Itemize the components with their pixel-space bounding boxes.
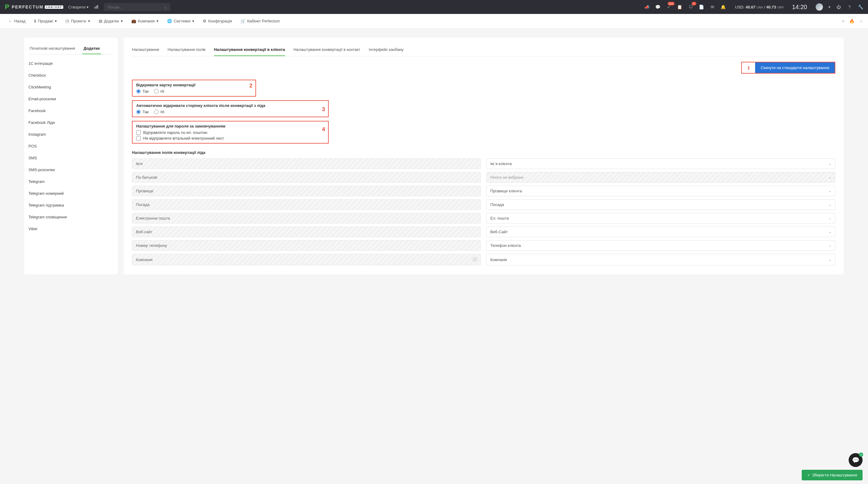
document-icon[interactable]: 📄 [699,4,704,10]
sidebar-item[interactable]: Checkbox [28,69,114,81]
sidebar-item[interactable]: Facebook Ліди [28,117,114,129]
main-panel: Налаштування Налаштування полів Налаштув… [123,37,844,275]
power-icon[interactable]: ⏻ [836,4,841,10]
nav-back[interactable]: ←Назад [5,16,29,26]
clipboard-icon[interactable]: 📋 [677,4,682,10]
side-tab-initial[interactable]: Початкові налаштування [28,43,76,54]
fields-title: Налаштування полів конвертації ліда [132,150,835,155]
block3-radio-no[interactable]: Ні [154,110,164,114]
wrench-icon[interactable]: 🔧 [858,4,863,10]
tasks-icon[interactable]: ✓310 [666,4,672,10]
create-label: Створити [68,5,85,9]
search-input[interactable]: ⌕ [104,3,170,11]
navbar: ←Назад $Продажі▾ ◳Проекти▾ ▤Додатки▾ 💼Ко… [0,14,868,28]
block4-title: Налаштування для пароля за замовчуванням [136,124,324,129]
help-icon[interactable]: ? [847,4,852,10]
sidebar-item[interactable]: SMS [28,152,114,164]
cube-icon: ◳ [65,19,69,23]
chevron-down-icon: ▾ [156,19,159,23]
announce-icon[interactable]: 📣 [644,4,650,10]
globe-icon: 🌐 [167,19,172,23]
block4-cb1[interactable]: Відправляти пароль по ел. поштою [136,130,324,135]
mail-icon[interactable]: ✉ [710,4,715,10]
field-row: КомпаніяⓘКомпанія⌄ [132,254,835,265]
nav-system[interactable]: 🌐Системні▾ [163,16,198,26]
star-icon[interactable]: ☆ [859,19,863,24]
create-button[interactable]: Створити ▾ [68,5,89,9]
tab-fields[interactable]: Налаштування полів [168,44,206,56]
field-target-select[interactable]: Прізвище клієнта⌄ [486,186,835,196]
block3-radio-yes[interactable]: Так [136,110,149,114]
messages-icon[interactable]: 🗨5 [688,4,693,10]
field-target-select[interactable]: Веб-Сайт⌄ [486,227,835,237]
nav-addons[interactable]: ▤Додатки▾ [95,16,126,26]
field-row: Номер телефонуТелефон клієнта⌄ [132,240,835,251]
chevron-down-icon: ⌄ [829,203,831,206]
sidebar-item[interactable]: Facebook [28,105,114,117]
sidebar-item[interactable]: Telegram [28,176,114,188]
stats-icon[interactable] [94,4,99,10]
cart-icon: 🛒 [241,19,245,23]
layers-icon: ▤ [99,19,102,23]
chevron-down-icon: ⌄ [829,258,831,262]
chevron-down-icon: ⌄ [829,175,831,179]
tab-convert-contact[interactable]: Налаштування конвертації в контакт [293,44,361,56]
logo[interactable]: P PERFECTUM CRM+ERP [5,3,63,11]
info-icon[interactable]: ⓘ [473,257,477,262]
chat-badge: 5 [691,2,696,5]
chevron-down-icon: ⌄ [829,216,831,220]
flame-icon[interactable]: 🔥 [849,19,855,24]
field-target-select[interactable]: Ел. пошта⌄ [486,213,835,224]
field-target-select[interactable]: Ім´я клієнта⌄ [486,159,835,169]
svg-rect-0 [94,7,95,8]
briefcase-icon: 💼 [131,19,136,23]
field-target-select[interactable]: Нічого не вибрано⌄ [486,172,835,182]
field-target-select[interactable]: Посада⌄ [486,199,835,210]
sidebar-item[interactable]: Instagram [28,129,114,140]
nav-cabinet[interactable]: 🛒Кабінет Perfectum [237,16,284,26]
sidebar-item[interactable]: Viber [28,223,114,235]
sidebar-item[interactable]: ClickMeeting [28,81,114,93]
sidebar-item[interactable]: Email-розсилки [28,93,114,105]
bell-icon[interactable]: 🔔 [721,4,726,10]
nav-config[interactable]: ⚙Конфігурація [199,16,236,26]
search-field[interactable] [107,5,164,9]
sidebar-item[interactable]: 1С інтеграція [28,58,114,69]
tab-convert-client[interactable]: Налаштування конвертації в клієнта [214,44,285,56]
svg-rect-1 [96,6,97,8]
field-row: ПрізвищеПрізвище клієнта⌄ [132,186,835,196]
chevron-down-icon[interactable]: ▾ [828,4,831,9]
field-target-select[interactable]: Телефон клієнта⌄ [486,240,835,251]
block2-radio-no[interactable]: Ні [154,89,164,93]
chat-icon[interactable]: 💬 [655,4,661,10]
field-target-select[interactable]: Компанія⌄ [486,254,835,265]
field-row: Ім'яІм´я клієнта⌄ [132,159,835,169]
stack-icon[interactable]: ≡ [842,19,844,24]
block2-radio-yes[interactable]: Так [136,89,149,93]
annotation-num-3: 3 [322,106,325,113]
nav-projects[interactable]: ◳Проекти▾ [62,16,94,26]
annotation-3: 3 Автоматично відкривати сторінку клієнт… [132,100,329,117]
sidebar-item[interactable]: Telegram сповіщення [28,211,114,223]
brand-sub: CRM+ERP [45,5,63,9]
side-tab-addons[interactable]: Додатки [82,43,101,54]
tab-kanban[interactable]: Інтерфейс канбану [369,44,404,56]
sidebar-item[interactable]: POS [28,140,114,152]
sidebar-item[interactable]: Telegram номерний [28,188,114,199]
chevron-down-icon: ⌄ [829,162,831,166]
field-source: Веб-сайт [132,227,481,237]
nav-company[interactable]: 💼Компанія▾ [128,16,162,26]
block4-cb2[interactable]: Не відправляти вітальний електронний лис… [136,136,324,141]
block2-title: Відкривати картку конвертації [136,83,252,87]
reset-defaults-button[interactable]: Скинути на стандартні налаштування [755,62,835,73]
sidebar-item[interactable]: SMS-розсилки [28,164,114,176]
nav-sales[interactable]: $Продажі▾ [30,16,61,26]
annotation-num-4: 4 [322,126,325,133]
avatar[interactable] [816,3,823,10]
content: Початкові налаштування Додатки 1С інтегр… [0,28,868,284]
field-row: По-батьковіНічого не вибрано⌄ [132,172,835,182]
clock: 14:20 [792,4,807,10]
tab-settings[interactable]: Налаштування [132,44,159,56]
sidebar-item[interactable]: Telegram підтримка [28,199,114,211]
field-source: Компаніяⓘ [132,254,481,265]
